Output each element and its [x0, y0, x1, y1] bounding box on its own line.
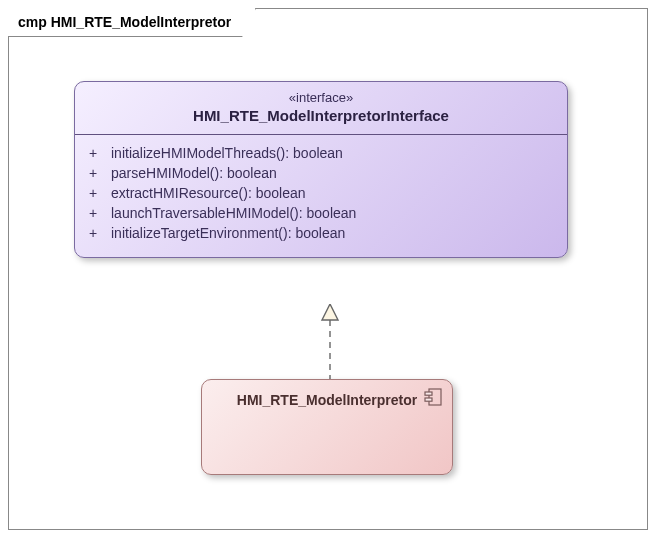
operation-row: + parseHMIModel(): boolean: [89, 163, 553, 183]
svg-rect-3: [425, 392, 432, 395]
frame-name: HMI_RTE_ModelInterpretor: [51, 14, 231, 30]
svg-rect-4: [425, 398, 432, 401]
frame-label: cmp HMI_RTE_ModelInterpretor: [8, 8, 256, 37]
operation-visibility: +: [89, 205, 111, 221]
interface-classifier: «interface» HMI_RTE_ModelInterpretorInte…: [74, 81, 568, 258]
component-classifier: HMI_RTE_ModelInterpretor: [201, 379, 453, 475]
operation-visibility: +: [89, 165, 111, 181]
operation-row: + initializeHMIModelThreads(): boolean: [89, 143, 553, 163]
operation-signature: initializeTargetEnvironment(): boolean: [111, 225, 553, 241]
interface-stereotype: «interface»: [85, 90, 557, 105]
interface-name: HMI_RTE_ModelInterpretorInterface: [85, 107, 557, 124]
operation-signature: extractHMIResource(): boolean: [111, 185, 553, 201]
operation-visibility: +: [89, 145, 111, 161]
svg-rect-2: [429, 389, 441, 405]
svg-marker-0: [322, 304, 338, 320]
operation-signature: launchTraversableHMIModel(): boolean: [111, 205, 553, 221]
component-name: HMI_RTE_ModelInterpretor: [237, 392, 417, 408]
operation-signature: initializeHMIModelThreads(): boolean: [111, 145, 553, 161]
interface-operations: + initializeHMIModelThreads(): boolean +…: [75, 135, 567, 257]
operation-signature: parseHMIModel(): boolean: [111, 165, 553, 181]
operation-visibility: +: [89, 185, 111, 201]
operation-visibility: +: [89, 225, 111, 241]
operation-row: + launchTraversableHMIModel(): boolean: [89, 203, 553, 223]
operation-row: + extractHMIResource(): boolean: [89, 183, 553, 203]
interface-header: «interface» HMI_RTE_ModelInterpretorInte…: [75, 82, 567, 135]
realization-connector: [320, 304, 340, 380]
component-icon: [424, 388, 442, 406]
diagram-frame: cmp HMI_RTE_ModelInterpretor «interface»…: [8, 8, 648, 530]
operation-row: + initializeTargetEnvironment(): boolean: [89, 223, 553, 243]
frame-keyword: cmp: [18, 14, 47, 30]
